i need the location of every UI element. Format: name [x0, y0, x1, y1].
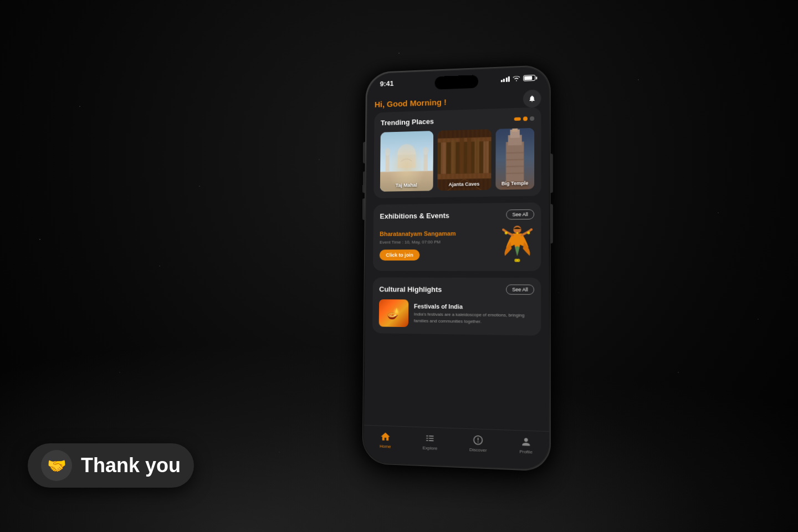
- cultural-see-all[interactable]: See All: [506, 284, 534, 295]
- home-icon: [380, 431, 392, 443]
- thank-you-text: Thank you: [81, 454, 181, 477]
- nav-home-label: Home: [380, 444, 391, 449]
- svg-rect-6: [423, 151, 427, 171]
- place-card-ajanta[interactable]: Ajanta Caves: [437, 129, 492, 191]
- phone-mockup: 9:41: [362, 65, 550, 472]
- highlight-row: Festivals of India India's festivals are…: [379, 299, 534, 329]
- nav-discover[interactable]: Discover: [469, 433, 487, 453]
- svg-rect-4: [386, 152, 390, 172]
- svg-point-7: [423, 147, 428, 155]
- event-info: Bharatanatyam Sangamam Event Time : 10, …: [380, 229, 496, 260]
- wifi-icon: [513, 75, 520, 81]
- svg-rect-25: [512, 128, 518, 132]
- exhibitions-section: Exhibitions & Events See All Bharatanaty…: [373, 202, 541, 271]
- nav-explore[interactable]: Explore: [422, 432, 437, 451]
- status-time: 9:41: [380, 79, 394, 88]
- svg-point-38: [505, 232, 508, 234]
- nav-discover-label: Discover: [469, 447, 487, 453]
- notification-button[interactable]: [523, 89, 541, 108]
- svg-point-35: [530, 228, 533, 231]
- phone-frame: 9:41: [362, 65, 550, 472]
- place-card-taj[interactable]: Taj Mahal: [380, 131, 433, 192]
- thank-you-badge: 🤝 Thank you: [28, 443, 194, 488]
- svg-rect-22: [506, 142, 524, 183]
- battery-icon: [523, 75, 535, 81]
- exhibitions-title: Exhibitions & Events: [380, 211, 449, 220]
- highlight-title: Festivals of India: [414, 303, 534, 311]
- profile-icon: [520, 436, 533, 449]
- discover-icon: [472, 434, 484, 447]
- svg-rect-14: [467, 137, 471, 173]
- place-name-temple: Big Temple: [502, 180, 528, 186]
- nav-profile[interactable]: Profile: [519, 436, 532, 455]
- nav-explore-label: Explore: [422, 446, 437, 451]
- svg-point-39: [527, 232, 530, 234]
- svg-point-2: [397, 144, 416, 165]
- explore-icon: [424, 432, 436, 444]
- dots-indicator: [514, 116, 534, 121]
- svg-rect-13: [459, 138, 464, 174]
- event-title: Bharatanatyam Sangamam: [380, 229, 496, 238]
- nav-home[interactable]: Home: [379, 431, 391, 449]
- svg-rect-12: [451, 140, 456, 174]
- svg-point-33: [516, 232, 518, 234]
- cultural-header: Cultural Highlights See All: [379, 284, 534, 294]
- app-screen: Hi, Good Morning ! Trending Places: [364, 84, 549, 464]
- svg-rect-17: [437, 129, 491, 139]
- signal-icon: [500, 76, 510, 82]
- dancer-illustration: [500, 225, 534, 264]
- svg-rect-15: [474, 140, 479, 173]
- place-card-temple[interactable]: Big Temple: [495, 128, 534, 190]
- dynamic-island: [434, 75, 478, 90]
- svg-rect-3: [397, 155, 416, 168]
- event-card: Bharatanatyam Sangamam Event Time : 10, …: [380, 225, 534, 264]
- exhibitions-see-all[interactable]: See All: [506, 209, 534, 220]
- bell-icon: [528, 95, 536, 103]
- join-button[interactable]: Click to join: [380, 249, 420, 260]
- places-row: Taj Mahal: [380, 128, 534, 192]
- status-icons: [500, 75, 535, 82]
- place-name-ajanta: Ajanta Caves: [448, 181, 479, 187]
- greeting-text: Hi, Good Morning !: [375, 97, 447, 109]
- svg-rect-1: [380, 171, 433, 192]
- handshake-icon: 🤝: [41, 450, 72, 481]
- cultural-title: Cultural Highlights: [379, 285, 442, 293]
- svg-point-5: [385, 148, 391, 156]
- svg-point-37: [516, 259, 520, 262]
- svg-rect-9: [437, 136, 491, 142]
- svg-rect-16: [483, 141, 489, 173]
- place-name-taj: Taj Mahal: [396, 182, 417, 188]
- svg-rect-10: [437, 173, 491, 180]
- phone-screen: 9:41: [364, 66, 549, 470]
- event-time: Event Time : 10, May, 07:00 PM: [380, 239, 496, 245]
- highlight-image: [379, 299, 409, 327]
- cultural-section: Cultural Highlights See All Festivals of…: [372, 278, 541, 336]
- svg-rect-11: [441, 142, 446, 174]
- trending-header: Trending Places: [381, 114, 534, 127]
- highlight-description: India's festivals are a kaleidoscope of …: [414, 311, 534, 325]
- bottom-nav: Home Explore: [364, 425, 549, 465]
- app-content: Trending Places: [364, 107, 549, 431]
- exhibitions-header: Exhibitions & Events See All: [380, 209, 534, 221]
- highlight-info: Festivals of India India's festivals are…: [414, 303, 534, 325]
- nav-profile-label: Profile: [519, 449, 532, 454]
- trending-title: Trending Places: [381, 117, 434, 127]
- trending-section: Trending Places: [374, 107, 541, 198]
